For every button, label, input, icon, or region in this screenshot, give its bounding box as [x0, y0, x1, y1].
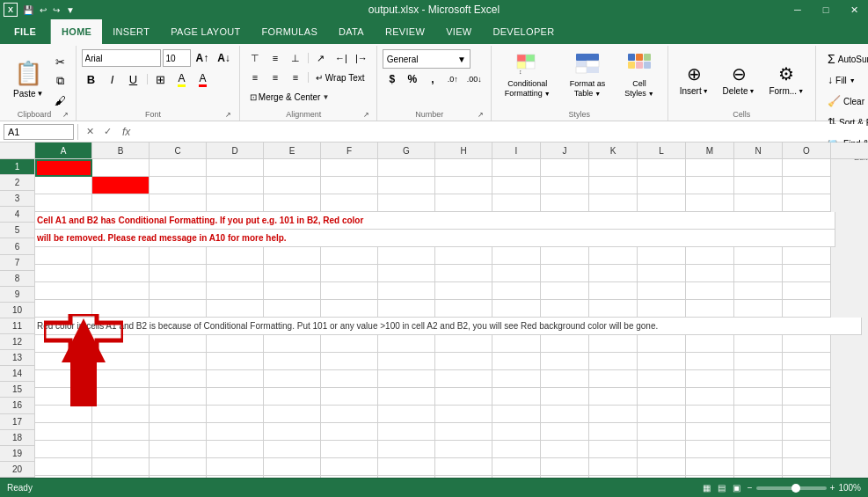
cell-M1[interactable]	[686, 159, 734, 177]
close-btn[interactable]: ✕	[840, 0, 868, 19]
percent-button[interactable]: %	[403, 70, 422, 88]
cell-F3[interactable]	[321, 194, 378, 212]
cell-K16[interactable]	[589, 423, 638, 441]
autosum-button[interactable]: Σ AutoSum ▼	[821, 49, 868, 69]
cell-J11[interactable]	[541, 335, 589, 353]
paste-dropdown-icon[interactable]: ▼	[37, 90, 44, 98]
cell-N16[interactable]	[734, 423, 783, 441]
row-header-18[interactable]: 18	[0, 430, 35, 446]
align-center-btn[interactable]: ≡	[266, 69, 285, 86]
fill-color-button[interactable]: A	[172, 70, 192, 88]
merge-center-button[interactable]: ⊡ Merge & Center ▼	[245, 88, 334, 106]
cell-I7[interactable]	[492, 265, 541, 282]
cell-N1[interactable]	[734, 159, 783, 177]
cell-A17[interactable]	[35, 441, 92, 458]
cell-K7[interactable]	[589, 265, 638, 282]
cell-J8[interactable]	[541, 282, 589, 300]
cell-A9[interactable]	[35, 300, 92, 318]
tab-data[interactable]: DATA	[328, 19, 375, 44]
cell-B11[interactable]	[92, 335, 150, 353]
cell-B15[interactable]	[92, 406, 150, 423]
cell-C16[interactable]	[150, 423, 207, 441]
cell-F16[interactable]	[321, 423, 378, 441]
cell-G9[interactable]	[378, 300, 435, 318]
cell-D9[interactable]	[207, 300, 264, 318]
cell-F15[interactable]	[321, 406, 378, 423]
cell-H15[interactable]	[435, 406, 492, 423]
cell-M19[interactable]	[686, 476, 734, 478]
conditional-formatting-button[interactable]: ↕ ConditionalFormatting ▼	[497, 49, 558, 102]
cell-K15[interactable]	[589, 406, 638, 423]
cell-J15[interactable]	[541, 406, 589, 423]
row-header-14[interactable]: 14	[0, 366, 35, 382]
cell-E16[interactable]	[264, 423, 321, 441]
cell-H18[interactable]	[435, 458, 492, 476]
cell-D13[interactable]	[207, 370, 264, 388]
cell-L16[interactable]	[638, 423, 686, 441]
cell-J19[interactable]	[541, 476, 589, 478]
cell-F14[interactable]	[321, 388, 378, 406]
cell-O15[interactable]	[783, 406, 831, 423]
cell-D15[interactable]	[207, 406, 264, 423]
font-expand[interactable]: ↗	[225, 111, 233, 120]
minimize-btn[interactable]: ─	[784, 0, 812, 19]
cell-J3[interactable]	[541, 194, 589, 212]
cell-M12[interactable]	[686, 353, 734, 370]
cell-O2[interactable]	[783, 177, 831, 194]
text-direction-btn[interactable]: ↗	[311, 49, 331, 67]
cell-N9[interactable]	[734, 300, 783, 318]
cell-C14[interactable]	[150, 388, 207, 406]
cancel-formula-btn[interactable]: ✕	[82, 124, 98, 140]
cell-D16[interactable]	[207, 423, 264, 441]
cell-K18[interactable]	[589, 458, 638, 476]
cell-G8[interactable]	[378, 282, 435, 300]
cell-F19[interactable]	[321, 476, 378, 478]
cell-H14[interactable]	[435, 388, 492, 406]
cell-O19[interactable]	[783, 476, 831, 478]
cell-D14[interactable]	[207, 388, 264, 406]
cell-O11[interactable]	[783, 335, 831, 353]
decrease-decimal-btn[interactable]: .00↓	[463, 70, 485, 88]
cell-M9[interactable]	[686, 300, 734, 318]
cell-G19[interactable]	[378, 476, 435, 478]
cell-B7[interactable]	[92, 265, 150, 282]
cell-C2[interactable]	[150, 177, 207, 194]
col-header-E[interactable]: E	[264, 143, 321, 158]
cell-C12[interactable]	[150, 353, 207, 370]
confirm-formula-btn[interactable]: ✓	[99, 124, 115, 140]
copy-button[interactable]: ⧉	[51, 72, 70, 90]
cell-J6[interactable]	[541, 247, 589, 265]
cell-L11[interactable]	[638, 335, 686, 353]
cell-E2[interactable]	[264, 177, 321, 194]
cell-G18[interactable]	[378, 458, 435, 476]
row-header-5[interactable]: 5	[0, 223, 35, 238]
cell-C1[interactable]	[150, 159, 207, 177]
cell-L8[interactable]	[638, 282, 686, 300]
cell-I11[interactable]	[492, 335, 541, 353]
cell-E7[interactable]	[264, 265, 321, 282]
cell-K14[interactable]	[589, 388, 638, 406]
row-header-1[interactable]: 1	[0, 159, 35, 175]
cell-I14[interactable]	[492, 388, 541, 406]
cell-E6[interactable]	[264, 247, 321, 265]
cell-A10[interactable]: Red color in cells A1 and B2 is because …	[35, 318, 862, 335]
cell-H9[interactable]	[435, 300, 492, 318]
cell-F18[interactable]	[321, 458, 378, 476]
row-header-7[interactable]: 7	[0, 255, 35, 271]
cell-A8[interactable]	[35, 282, 92, 300]
cell-G7[interactable]	[378, 265, 435, 282]
cell-C6[interactable]	[150, 247, 207, 265]
cell-O18[interactable]	[783, 458, 831, 476]
zoom-in-btn[interactable]: +	[830, 483, 835, 493]
cell-D1[interactable]	[207, 159, 264, 177]
cell-N6[interactable]	[734, 247, 783, 265]
view-page-btn[interactable]: ▣	[733, 483, 740, 493]
cell-E8[interactable]	[264, 282, 321, 300]
cell-F2[interactable]	[321, 177, 378, 194]
delete-button[interactable]: ⊖ Delete ▼	[717, 49, 762, 109]
cell-J2[interactable]	[541, 177, 589, 194]
cell-K12[interactable]	[589, 353, 638, 370]
cell-M2[interactable]	[686, 177, 734, 194]
cell-O14[interactable]	[783, 388, 831, 406]
cell-M7[interactable]	[686, 265, 734, 282]
